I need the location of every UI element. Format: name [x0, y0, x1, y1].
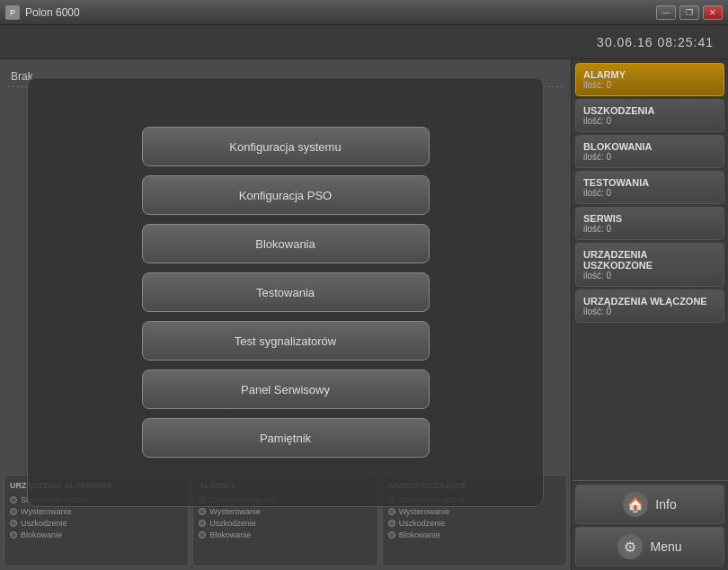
- bottom-panel-item-label: Uszkodzenie: [209, 519, 256, 528]
- status-dot: [388, 508, 395, 515]
- menu-icon: ⚙: [617, 534, 643, 559]
- bottom-panel-item-label: Wysterowanie: [21, 507, 71, 516]
- status-btn-serwis[interactable]: SERWISilość: 0: [575, 207, 724, 240]
- status-btn-alarmy[interactable]: ALARMYilość: 0: [575, 63, 724, 96]
- left-panel: Brak Konfiguracja systemuKonfiguracja PS…: [0, 59, 571, 570]
- menu-btn-testowania[interactable]: Testowania: [142, 272, 430, 312]
- status-btn-name-testowania: TESTOWANIA: [583, 177, 716, 188]
- status-dot: [388, 531, 395, 539]
- restore-button[interactable]: ❐: [679, 5, 699, 20]
- info-icon: 🏠: [623, 492, 648, 517]
- bottom-panel-item: Wysterowanie: [10, 507, 182, 516]
- status-dot: [199, 520, 206, 527]
- right-sidebar: ALARMYilość: 0USZKODZENIAilość: 0BLOKOWA…: [571, 59, 728, 570]
- status-btn-count-blokowania: ilość: 0: [583, 152, 716, 162]
- window-controls: — ❐ ✕: [656, 5, 723, 20]
- app-icon: P: [5, 5, 20, 20]
- status-dot: [199, 508, 206, 515]
- status-buttons-list: ALARMYilość: 0USZKODZENIAilość: 0BLOKOWA…: [572, 59, 728, 480]
- bottom-panel-item-label: Blokowanie: [21, 530, 62, 539]
- minimize-button[interactable]: —: [656, 5, 676, 20]
- bottom-panel-item-label: Uszkodzenie: [399, 519, 446, 528]
- status-dot: [10, 520, 17, 527]
- status-btn-count-alarmy: ilość: 0: [583, 80, 716, 90]
- status-btn-name-blokowania: BLOKOWANIA: [583, 141, 716, 152]
- title-bar: P Polon 6000 — ❐ ✕: [0, 0, 728, 25]
- bottom-panel-item: Uszkodzenie: [388, 519, 561, 528]
- action-btn-label-menu: Menu: [650, 539, 681, 554]
- bottom-panel-item: Blokowanie: [199, 530, 371, 539]
- action-btn-label-info: Info: [655, 497, 676, 512]
- status-btn-blokowania[interactable]: BLOKOWANIAilość: 0: [575, 135, 724, 168]
- status-btn-count-serwis: ilość: 0: [583, 224, 716, 234]
- menu-btn-konfiguracja-pso[interactable]: Konfiguracja PSO: [142, 175, 430, 215]
- status-btn-count-urzadzenia-wlaczone: ilość: 0: [583, 307, 716, 316]
- menu-btn-blokowania[interactable]: Blokowania: [142, 224, 430, 263]
- app-title: Polon 6000: [25, 6, 80, 19]
- bottom-panel-item: Blokowanie: [10, 530, 182, 539]
- status-dot: [10, 531, 17, 539]
- bottom-panel-item-label: Uszkodzenie: [21, 519, 67, 528]
- action-btn-info[interactable]: 🏠Info: [575, 485, 724, 524]
- status-btn-name-alarmy: ALARMY: [583, 69, 716, 80]
- status-btn-name-uszkodzenia: USZKODZENIA: [583, 105, 716, 116]
- status-btn-name-serwis: SERWIS: [583, 213, 716, 224]
- bottom-panel-item: Blokowanie: [388, 530, 561, 539]
- action-buttons-area: 🏠Info⚙Menu: [572, 480, 728, 570]
- main-content: Brak Konfiguracja systemuKonfiguracja PS…: [0, 59, 728, 570]
- bottom-panel-item-label: Blokowanie: [209, 530, 251, 539]
- bottom-panel-item: Wysterowanie: [388, 507, 561, 516]
- close-button[interactable]: ✕: [703, 5, 723, 20]
- bottom-panel-item: Uszkodzenie: [199, 519, 371, 528]
- status-dot: [10, 508, 17, 515]
- status-dot: [10, 496, 17, 503]
- menu-btn-konfiguracja-systemu[interactable]: Konfiguracja systemu: [142, 127, 430, 166]
- action-btn-menu[interactable]: ⚙Menu: [575, 527, 724, 566]
- datetime-display: 30.06.16 08:25:41: [597, 35, 714, 49]
- menu-btn-panel-serwisowy[interactable]: Panel Serwisowy: [142, 370, 430, 409]
- bottom-panel-item: Uszkodzenie: [10, 519, 182, 528]
- menu-btn-pamietnik[interactable]: Pamiętnik: [142, 418, 430, 458]
- status-btn-testowania[interactable]: TESTOWANIAilość: 0: [575, 171, 724, 204]
- top-bar: 30.06.16 08:25:41: [0, 25, 728, 59]
- menu-modal: Konfiguracja systemuKonfiguracja PSOBlok…: [27, 77, 544, 507]
- bottom-panel-item-label: Wysterowanie: [399, 507, 449, 516]
- bottom-panel-item: Wysterowanie: [199, 507, 371, 516]
- status-btn-name-urzadzenia-uszkodzone: URZĄDZENIA USZKODZONE: [583, 249, 716, 271]
- status-btn-count-testowania: ilość: 0: [583, 188, 716, 198]
- status-btn-urzadzenia-uszkodzone[interactable]: URZĄDZENIA USZKODZONEilość: 0: [575, 243, 724, 287]
- status-btn-count-urzadzenia-uszkodzone: ilość: 0: [583, 271, 716, 281]
- status-btn-name-urzadzenia-wlaczone: URZĄDZENIA WŁĄCZONE: [583, 296, 716, 307]
- status-btn-count-uszkodzenia: ilość: 0: [583, 116, 716, 126]
- menu-btn-test-sygnalizatorow[interactable]: Test sygnalizatorów: [142, 321, 430, 361]
- status-dot: [388, 520, 395, 527]
- status-btn-uszkodzenia[interactable]: USZKODZENIAilość: 0: [575, 99, 724, 132]
- bottom-panel-item-label: Blokowanie: [399, 530, 440, 539]
- status-btn-urzadzenia-wlaczone[interactable]: URZĄDZENIA WŁĄCZONEilość: 0: [575, 289, 724, 323]
- status-dot: [199, 531, 206, 539]
- title-bar-left: P Polon 6000: [5, 5, 80, 20]
- bottom-panel-item-label: Wysterowanie: [209, 507, 260, 516]
